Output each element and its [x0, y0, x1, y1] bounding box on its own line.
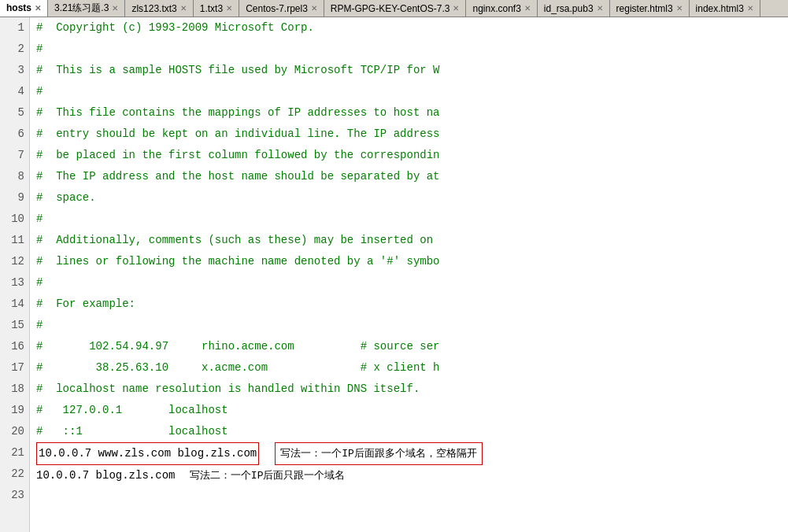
line-number-8: 8 — [5, 166, 24, 187]
comment-text-17: # 38.25.63.10 x.acme.com # x client h — [36, 361, 439, 374]
code-line-20: # ::1 localhost — [36, 421, 788, 442]
tab-close-icon[interactable]: ✕ — [311, 4, 317, 13]
line-number-3: 3 — [5, 60, 24, 81]
editor-area: 1234567891011121314151617181920212223 # … — [0, 17, 788, 532]
tab-close-icon[interactable]: ✕ — [453, 4, 459, 13]
code-line-4: # — [36, 81, 788, 102]
code-line-6: # entry should be kept on an individual … — [36, 124, 788, 145]
line-number-18: 18 — [5, 379, 24, 400]
code-line-13: # — [36, 272, 788, 294]
code-line-10: # — [36, 209, 788, 230]
code-line-9: # space. — [36, 187, 788, 209]
tab-centos7[interactable]: Centos-7.rpel3✕ — [239, 0, 324, 17]
tab-close-icon[interactable]: ✕ — [180, 4, 187, 13]
line-number-1: 1 — [5, 17, 24, 39]
code-line-11: # Additionally, comments (such as these)… — [36, 230, 788, 251]
line-number-6: 6 — [5, 124, 24, 145]
comment-text-20: # ::1 localhost — [36, 425, 228, 438]
line-number-2: 2 — [5, 39, 24, 60]
line-number-23: 23 — [5, 485, 24, 506]
line-number-7: 7 — [5, 145, 24, 166]
line-number-4: 4 — [5, 81, 24, 102]
comment-text-14: # For example: — [36, 297, 135, 310]
tab-close-icon[interactable]: ✕ — [597, 4, 603, 13]
tab-rpmpgp[interactable]: RPM-GPG-KEY-CentOS-7.3✕ — [324, 0, 467, 17]
comment-text-18: # localhost name resolution is handled w… — [36, 382, 420, 395]
tab-zls123[interactable]: zls123.txt3✕ — [125, 0, 193, 17]
line-number-14: 14 — [5, 294, 24, 315]
comment-text-15: # — [36, 319, 43, 331]
code-line-16: # 102.54.94.97 rhino.acme.com # source s… — [36, 336, 788, 357]
comment-text-5: # This file contains the mappings of IP … — [36, 106, 439, 119]
comment-text-10: # — [36, 212, 43, 225]
line-number-11: 11 — [5, 230, 24, 251]
comment-text-6: # entry should be kept on an individual … — [36, 127, 439, 140]
comment-text-11: # Additionally, comments (such as these)… — [36, 234, 433, 246]
line-number-5: 5 — [5, 102, 24, 124]
comment-text-12: # lines or following the machine name de… — [36, 255, 439, 268]
tab-index[interactable]: index.html3✕ — [690, 0, 760, 17]
tab-bar: hosts✕3.21练习题.3✕zls123.txt3✕1.txt3✕Cento… — [0, 0, 788, 17]
line-number-13: 13 — [5, 272, 24, 294]
tab-close-icon[interactable]: ✕ — [226, 4, 232, 13]
tab-close-icon[interactable]: ✕ — [676, 4, 683, 13]
code-line-18: # localhost name resolution is handled w… — [36, 379, 788, 400]
code-line-22: 10.0.0.7 www.zls.com blog.zls.com写法一：一个I… — [36, 442, 788, 465]
line-number-19: 19 — [5, 400, 24, 421]
line-number-9: 9 — [5, 187, 24, 209]
line-number-15: 15 — [5, 315, 24, 336]
tab-idrsa[interactable]: id_rsa.pub3✕ — [538, 0, 610, 17]
tab-nginx[interactable]: nginx.conf3✕ — [466, 0, 537, 17]
code-line-8: # The IP address and the host name shoul… — [36, 166, 788, 187]
code-line-15: # — [36, 315, 788, 336]
code-line-14: # For example: — [36, 294, 788, 315]
line-number-20: 20 — [5, 421, 24, 442]
comment-text-7: # be placed in the first column followed… — [36, 149, 439, 161]
line-number-17: 17 — [5, 357, 24, 379]
code-line-2: # — [36, 39, 788, 60]
code-line-12: # lines or following the machine name de… — [36, 251, 788, 272]
line-number-22: 22 — [5, 464, 24, 485]
comment-text-16: # 102.54.94.97 rhino.acme.com # source s… — [36, 340, 439, 353]
line-numbers: 1234567891011121314151617181920212223 — [0, 17, 30, 532]
code-line-19: # 127.0.0.1 localhost — [36, 400, 788, 421]
line-number-10: 10 — [5, 209, 24, 230]
line-number-12: 12 — [5, 251, 24, 272]
code-line-1: # Copyright (c) 1993-2009 Microsoft Corp… — [36, 17, 788, 39]
tab-close-icon[interactable]: ✕ — [524, 4, 531, 13]
tab-close-icon[interactable]: ✕ — [35, 4, 41, 13]
normal-code-line-23: 10.0.0.7 blog.zls.com — [36, 469, 182, 482]
tab-1txt[interactable]: 1.txt3✕ — [194, 0, 239, 17]
annotation-line-23: 写法二：一个IP后面只跟一个域名 — [190, 470, 346, 482]
code-line-5: # This file contains the mappings of IP … — [36, 102, 788, 124]
comment-text-19: # 127.0.0.1 localhost — [36, 404, 228, 416]
line-number-21: 21 — [5, 442, 24, 464]
comment-text-13: # — [36, 276, 43, 289]
highlight-code-line-22: 10.0.0.7 www.zls.com blog.zls.com — [36, 442, 259, 465]
tab-3.21[interactable]: 3.21练习题.3✕ — [48, 0, 125, 17]
line-number-16: 16 — [5, 336, 24, 357]
code-line-3: # This is a sample HOSTS file used by Mi… — [36, 60, 788, 81]
comment-text-8: # The IP address and the host name shoul… — [36, 170, 439, 183]
code-line-17: # 38.25.63.10 x.acme.com # x client h — [36, 357, 788, 379]
code-content[interactable]: # Copyright (c) 1993-2009 Microsoft Corp… — [30, 17, 788, 532]
tab-register[interactable]: register.html3✕ — [610, 0, 690, 17]
comment-text-2: # — [36, 42, 43, 55]
tab-close-icon[interactable]: ✕ — [747, 4, 753, 13]
tab-close-icon[interactable]: ✕ — [112, 4, 118, 13]
code-line-7: # be placed in the first column followed… — [36, 145, 788, 166]
comment-text-9: # space. — [36, 191, 96, 204]
comment-text-4: # — [36, 85, 43, 98]
comment-text-1: # Copyright (c) 1993-2009 Microsoft Corp… — [36, 21, 314, 34]
tab-hosts[interactable]: hosts✕ — [0, 0, 48, 17]
comment-text-3: # This is a sample HOSTS file used by Mi… — [36, 64, 439, 76]
code-line-23: 10.0.0.7 blog.zls.com 写法二：一个IP后面只跟一个域名 — [36, 465, 788, 486]
annotation-line-22: 写法一：一个IP后面跟多个域名，空格隔开 — [275, 442, 483, 465]
